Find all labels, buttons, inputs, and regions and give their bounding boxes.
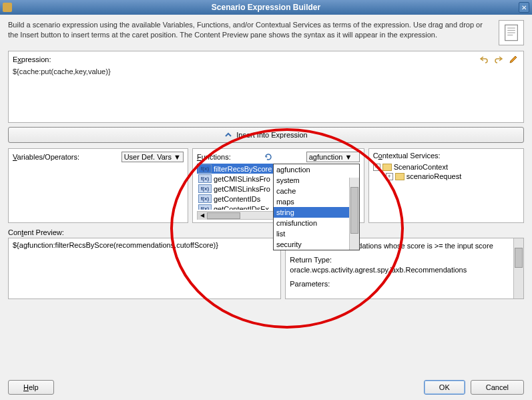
content-preview-label: Content Preview: bbox=[8, 228, 524, 236]
dropdown-option[interactable]: system bbox=[274, 175, 359, 186]
fx-icon: f(x) bbox=[198, 194, 212, 203]
expand-icon[interactable]: + bbox=[386, 173, 393, 180]
collapse-icon[interactable]: − bbox=[373, 164, 380, 171]
tree-node[interactable]: −ScenarioContext bbox=[373, 162, 519, 172]
contextual-tree[interactable]: −ScenarioContext +scenarioRequest bbox=[373, 161, 519, 181]
dropdown-option[interactable]: maps bbox=[274, 196, 359, 207]
return-type-label: Return Type: bbox=[290, 255, 519, 265]
refresh-icon[interactable] bbox=[263, 152, 274, 162]
dropdown-option[interactable]: string bbox=[274, 207, 359, 218]
window-title: Scenario Expression Builder bbox=[0, 3, 532, 12]
ok-button[interactable]: OK bbox=[424, 380, 465, 395]
functions-dropdown-open: agfunction system cache maps string cmis… bbox=[273, 164, 360, 250]
dropdown-option[interactable]: agfunction bbox=[274, 164, 359, 175]
contextual-panel: Contextual Services: −ScenarioContext +s… bbox=[368, 148, 524, 223]
functions-label: Functions: bbox=[197, 153, 231, 161]
help-button[interactable]: Help bbox=[8, 380, 54, 395]
return-type-value: oracle.wcps.activity.agrest.spy.jaxb.Rec… bbox=[290, 265, 519, 275]
variables-select[interactable]: User Def. Vars ▼ bbox=[121, 152, 184, 162]
intro-row: Build a scenario expression using the av… bbox=[8, 20, 524, 45]
fx-icon: f(x) bbox=[198, 204, 212, 210]
fx-icon: f(x) bbox=[198, 164, 212, 173]
functions-panel: Functions: agfunction ▼ f(x)filterRecsBy… bbox=[192, 148, 364, 223]
undo-icon[interactable] bbox=[478, 54, 490, 65]
chevron-up-icon bbox=[224, 131, 232, 139]
folder-icon bbox=[382, 164, 392, 171]
parameters-label: Parameters: bbox=[290, 279, 519, 289]
tree-node[interactable]: +scenarioRequest bbox=[373, 172, 519, 181]
folder-icon bbox=[395, 173, 405, 180]
document-icon bbox=[499, 20, 524, 45]
expression-box: Expression: ${cache:put(cache,key,value)… bbox=[8, 51, 524, 123]
contextual-label: Contextual Services: bbox=[373, 152, 441, 160]
dropdown-option[interactable]: cache bbox=[274, 186, 359, 196]
edit-icon[interactable] bbox=[507, 54, 519, 65]
fx-icon: f(x) bbox=[198, 174, 212, 183]
preview-expression-box: ${agfunction:filterRecsByScore(recommend… bbox=[8, 238, 281, 299]
variables-label: Variables/Operators: bbox=[13, 153, 79, 161]
intro-text: Build a scenario expression using the av… bbox=[8, 20, 491, 45]
insert-into-expression-button[interactable]: Insert Into Expression bbox=[8, 127, 524, 143]
redo-icon[interactable] bbox=[493, 54, 505, 65]
variables-panel: Variables/Operators: User Def. Vars ▼ bbox=[8, 148, 188, 223]
functions-namespace-select[interactable]: agfunction ▼ bbox=[306, 152, 360, 162]
preview-expression: ${agfunction:filterRecsByScore(recommend… bbox=[13, 241, 218, 249]
dropdown-option[interactable]: list bbox=[274, 228, 359, 239]
dropdown-option[interactable]: security bbox=[274, 239, 359, 250]
expression-label: Expression: bbox=[13, 55, 51, 63]
vertical-scrollbar[interactable] bbox=[513, 238, 523, 298]
dropdown-scrollbar[interactable] bbox=[349, 178, 359, 250]
titlebar: Scenario Expression Builder ✕ bbox=[0, 0, 532, 15]
expression-textarea[interactable]: ${cache:put(cache,key,value)} bbox=[13, 66, 519, 120]
fx-icon: f(x) bbox=[198, 184, 212, 193]
cancel-button[interactable]: Cancel bbox=[471, 380, 524, 395]
dropdown-option[interactable]: cmisfunction bbox=[274, 218, 359, 228]
